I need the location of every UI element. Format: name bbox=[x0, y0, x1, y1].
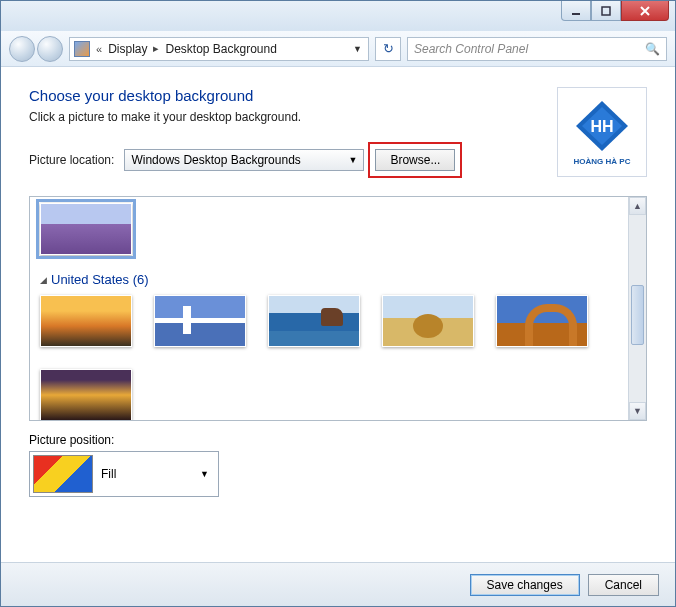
svg-rect-1 bbox=[602, 7, 610, 15]
picture-position-label: Picture position: bbox=[29, 433, 647, 447]
page-subtext: Click a picture to make it your desktop … bbox=[29, 110, 462, 124]
save-changes-button[interactable]: Save changes bbox=[470, 574, 580, 596]
content-area: Choose your desktop background Click a p… bbox=[1, 67, 675, 507]
search-icon: 🔍 bbox=[645, 42, 660, 56]
wallpaper-thumb[interactable] bbox=[268, 295, 360, 347]
picture-location-label: Picture location: bbox=[29, 153, 114, 167]
page-title: Choose your desktop background bbox=[29, 87, 462, 104]
footer-bar: Save changes Cancel bbox=[1, 562, 675, 606]
position-value: Fill bbox=[101, 467, 116, 481]
wallpaper-thumb[interactable] bbox=[40, 369, 132, 421]
vertical-scrollbar[interactable]: ▲ ▼ bbox=[628, 197, 646, 420]
svg-rect-0 bbox=[572, 13, 580, 15]
chevron-down-icon: ▼ bbox=[200, 469, 215, 479]
maximize-button[interactable] bbox=[591, 1, 621, 21]
svg-text:HH: HH bbox=[590, 118, 613, 135]
wallpaper-thumb[interactable] bbox=[154, 295, 246, 347]
breadcrumb-desktop-background[interactable]: Desktop Background bbox=[165, 42, 276, 56]
breadcrumb-display[interactable]: Display bbox=[108, 42, 147, 56]
collapse-icon: ◢ bbox=[40, 275, 47, 285]
minimize-button[interactable] bbox=[561, 1, 591, 21]
wallpaper-thumb[interactable] bbox=[496, 295, 588, 347]
back-button[interactable] bbox=[9, 36, 35, 62]
address-bar[interactable]: « Display ▸ Desktop Background ▼ bbox=[69, 37, 369, 61]
picture-location-value: Windows Desktop Backgrounds bbox=[131, 153, 300, 167]
search-input[interactable]: Search Control Panel 🔍 bbox=[407, 37, 667, 61]
window-frame: « Display ▸ Desktop Background ▼ ↻ Searc… bbox=[0, 0, 676, 607]
wallpaper-thumb[interactable] bbox=[40, 203, 132, 255]
picture-position-dropdown[interactable]: Fill ▼ bbox=[29, 451, 219, 497]
browse-button[interactable]: Browse... bbox=[375, 149, 455, 171]
wallpaper-gallery: ◢ United States (6) ▲ ▼ bbox=[29, 196, 647, 421]
picture-location-dropdown[interactable]: Windows Desktop Backgrounds ▼ bbox=[124, 149, 364, 171]
forward-button[interactable] bbox=[37, 36, 63, 62]
breadcrumb-sep: ▸ bbox=[153, 42, 159, 55]
cancel-button[interactable]: Cancel bbox=[588, 574, 659, 596]
brand-logo: HH HOÀNG HÀ PC bbox=[557, 87, 647, 177]
breadcrumb-chevrons: « bbox=[96, 43, 102, 55]
window-buttons bbox=[561, 1, 669, 21]
position-preview-icon bbox=[33, 455, 93, 493]
wallpaper-thumb[interactable] bbox=[382, 295, 474, 347]
nav-history bbox=[9, 36, 63, 62]
gallery-group-header[interactable]: ◢ United States (6) bbox=[40, 272, 636, 287]
close-button[interactable] bbox=[621, 1, 669, 21]
logo-text: HOÀNG HÀ PC bbox=[574, 157, 631, 166]
scroll-thumb[interactable] bbox=[631, 285, 644, 345]
scroll-down-icon[interactable]: ▼ bbox=[629, 402, 646, 420]
address-dropdown-icon[interactable]: ▼ bbox=[351, 44, 364, 54]
search-placeholder: Search Control Panel bbox=[414, 42, 528, 56]
group-label: United States (6) bbox=[51, 272, 149, 287]
control-panel-icon bbox=[74, 41, 90, 57]
highlight-box: Browse... bbox=[368, 142, 462, 178]
scroll-track[interactable] bbox=[629, 215, 646, 402]
nav-toolbar: « Display ▸ Desktop Background ▼ ↻ Searc… bbox=[1, 31, 675, 67]
wallpaper-thumb[interactable] bbox=[40, 295, 132, 347]
titlebar bbox=[1, 1, 675, 31]
refresh-button[interactable]: ↻ bbox=[375, 37, 401, 61]
scroll-up-icon[interactable]: ▲ bbox=[629, 197, 646, 215]
chevron-down-icon: ▼ bbox=[348, 155, 357, 165]
logo-icon: HH bbox=[572, 99, 632, 153]
